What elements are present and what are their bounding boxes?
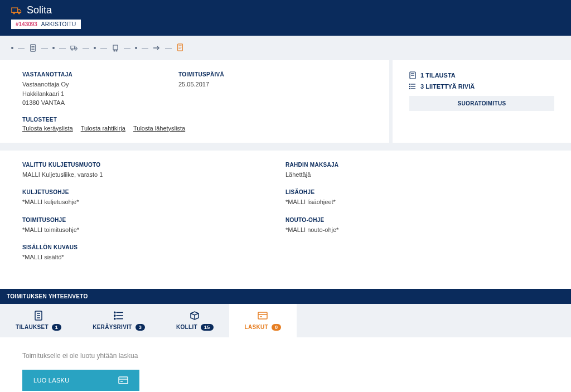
delivery-note-block: TOIMITUSOHJE *MALLI toimitusohje* (22, 217, 286, 235)
print-pick-list-link[interactable]: Tulosta keräyslista (22, 125, 73, 132)
info-row: VASTAANOTTAJA Vastaanottaja Oy Hakkilank… (22, 71, 367, 108)
progress-bar (0, 36, 571, 60)
recipient-block: VASTAANOTTAJA Vastaanottaja Oy Hakkilank… (22, 71, 145, 108)
document-icon (409, 71, 416, 79)
details-section: VALITTU KULJETUSMUOTO MALLI Kuljetusliik… (0, 151, 571, 289)
svg-point-9 (75, 49, 76, 50)
main-left: VASTAANOTTAJA Vastaanottaja Oy Hakkilank… (0, 60, 393, 143)
summary-header: TOIMITUKSEN YHTEENVETO (0, 289, 571, 304)
progress-dash (165, 48, 172, 49)
orders-tab-icon (33, 311, 43, 321)
summary-tabs: TILAUKSET 1 KERÄYSRIVIT 3 KOLLIT 15 LASK… (0, 304, 571, 337)
create-invoice-label: LUO LASKU (33, 377, 69, 384)
details-col-left: VALITTU KULJETUSMUOTO MALLI Kuljetusliik… (22, 162, 286, 272)
header-title-row: Solita (11, 4, 560, 16)
svg-point-1 (13, 12, 14, 13)
tab-orders[interactable]: TILAUKSET 1 (0, 304, 77, 337)
progress-dot (11, 47, 13, 49)
svg-point-8 (71, 49, 73, 50)
progress-dash (142, 48, 148, 49)
pickup-note-value: *MALLI nouto-ohje* (286, 225, 549, 235)
arrow-right-icon (153, 44, 161, 52)
tab-invoices-badge: 0 (272, 324, 281, 331)
create-invoice-button[interactable]: LUO LASKU (22, 370, 139, 391)
orders-count: 1 TILAUSTA (409, 71, 554, 79)
transport-mode-value: MALLI Kuljetusliike, varasto 1 (22, 170, 286, 180)
extra-note-label: LISÄOHJE (286, 189, 549, 195)
progress-step-active (176, 43, 184, 52)
page-header: Solita #143093 ARKISTOITU (0, 0, 571, 36)
svg-rect-10 (113, 45, 118, 50)
svg-rect-7 (71, 46, 75, 49)
svg-rect-38 (258, 312, 267, 319)
invoice-button-icon (118, 376, 128, 384)
delivery-date-value: 25.05.2017 (178, 80, 301, 89)
progress-dash (124, 48, 130, 49)
main-right: 1 TILAUSTA 3 LIITETTYÄ RIVIÄ SUORATOIMIT… (393, 60, 571, 143)
order-id: #143093 (16, 21, 37, 27)
svg-rect-41 (119, 377, 128, 384)
content-desc-label: SISÄLLÖN KUVAUS (22, 244, 286, 250)
recipient-label: VASTAANOTTAJA (22, 71, 145, 78)
tab-label-row: KOLLIT 15 (176, 324, 214, 331)
svg-rect-16 (178, 47, 181, 47)
tab-invoices[interactable]: LASKUT 0 (229, 304, 297, 337)
svg-point-25 (409, 86, 410, 86)
freight-payer-value: Lähettäjä (286, 170, 549, 180)
main-row: VASTAANOTTAJA Vastaanottaja Oy Hakkilank… (0, 60, 571, 143)
print-links: Tulosta keräyslista Tulosta rahtikirja T… (22, 125, 367, 132)
extra-note-block: LISÄOHJE *MALLI lisäohjeet* (286, 189, 549, 207)
svg-point-34 (114, 312, 115, 313)
rows-count: 3 LIITETTYÄ RIVIÄ (409, 83, 554, 90)
svg-rect-15 (178, 46, 181, 46)
print-waybill-link[interactable]: Tulosta rahtikirja (81, 125, 125, 132)
tab-packages[interactable]: KOLLIT 15 (161, 304, 229, 337)
svg-point-35 (114, 314, 115, 316)
page-title: Solita (27, 4, 52, 16)
recipient-address1: Hakkilankaari 1 (22, 89, 145, 99)
transport-note-value: *MALLI kuljetusohje* (22, 197, 286, 207)
progress-dot (135, 47, 137, 49)
tab-packages-label: KOLLIT (176, 324, 197, 330)
details-row: VALITTU KULJETUSMUOTO MALLI Kuljetusliik… (22, 162, 549, 272)
progress-dash (18, 48, 25, 49)
invoice-icon (176, 43, 184, 51)
transport-mode-label: VALITTU KULJETUSMUOTO (22, 162, 286, 168)
tab-packages-badge: 15 (201, 324, 214, 331)
progress-dash (100, 48, 107, 49)
transport-note-label: KULJETUSOHJE (22, 189, 286, 195)
svg-rect-17 (178, 49, 181, 49)
truck-icon (11, 6, 22, 15)
section-divider (0, 143, 571, 151)
tab-pickrows[interactable]: KERÄYSRIVIT 3 (77, 304, 161, 337)
svg-point-26 (409, 88, 410, 89)
details-col-right: RAHDIN MAKSAJA Lähettäjä LISÄOHJE *MALLI… (286, 162, 549, 272)
svg-point-2 (18, 12, 20, 13)
tab-label-row: KERÄYSRIVIT 3 (93, 324, 145, 331)
pickrows-tab-icon (114, 311, 124, 321)
delivery-date-block: TOIMITUSPÄIVÄ 25.05.2017 (178, 71, 301, 108)
status-badge: #143093 ARKISTOITU (11, 20, 81, 29)
tab-label-row: TILAUKSET 1 (16, 324, 61, 331)
recipient-name: Vastaanottaja Oy (22, 80, 145, 89)
recipient-address2: 01380 VANTAA (22, 98, 145, 108)
tab-label-row: LASKUT 0 (245, 324, 282, 331)
empty-invoices-message: Toimitukselle ei ole luotu yhtään laskua (22, 352, 549, 360)
progress-dot (52, 47, 55, 49)
tab-pickrows-badge: 3 (136, 324, 145, 331)
order-status: ARKISTOITU (41, 21, 76, 27)
transport-mode-block: VALITTU KULJETUSMUOTO MALLI Kuljetusliik… (22, 162, 286, 180)
pickup-note-block: NOUTO-OHJE *MALLI nouto-ohje* (286, 217, 549, 235)
print-shipping-list-link[interactable]: Tulosta lähetyslista (133, 125, 185, 132)
tab-invoices-label: LASKUT (245, 324, 268, 330)
packages-tab-icon (190, 311, 200, 321)
extra-note-value: *MALLI lisäohjeet* (286, 197, 549, 207)
tab-pickrows-label: KERÄYSRIVIT (93, 324, 132, 330)
prints-section: TULOSTEET Tulosta keräyslista Tulosta ra… (22, 117, 367, 132)
progress-dash (59, 48, 66, 49)
svg-point-12 (116, 50, 117, 51)
invoices-tab-icon (258, 311, 268, 321)
tab-orders-badge: 1 (52, 324, 61, 331)
freight-payer-block: RAHDIN MAKSAJA Lähettäjä (286, 162, 549, 180)
content-desc-block: SISÄLLÖN KUVAUS *MALLI sisältö* (22, 244, 286, 262)
